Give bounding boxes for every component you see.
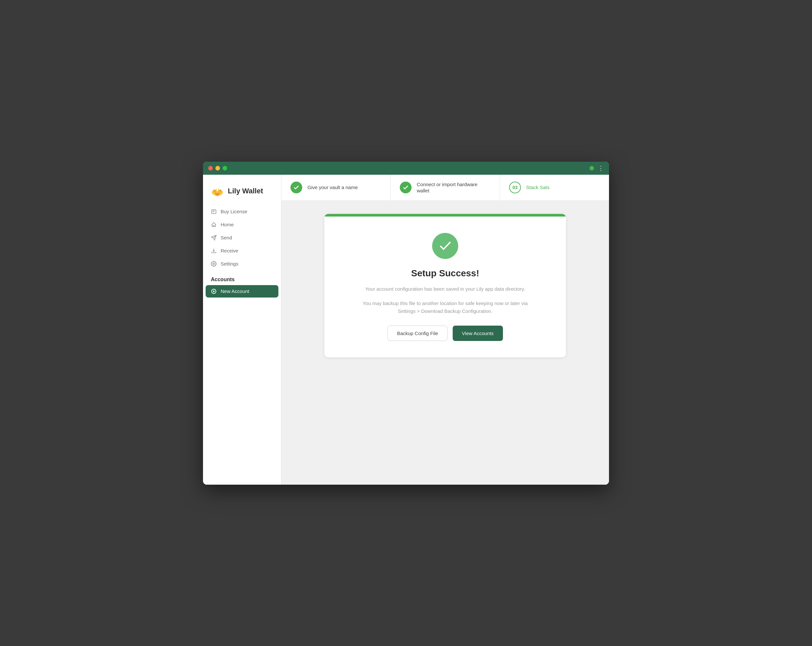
new-account-button[interactable]: New Account [206, 285, 278, 297]
close-button[interactable] [208, 166, 213, 170]
sidebar-item-home[interactable]: Home [206, 219, 278, 231]
backup-config-button[interactable]: Backup Config File [388, 326, 447, 341]
sidebar-item-send[interactable]: Send [206, 231, 278, 244]
step-1-label: Give your vault a name [307, 184, 358, 191]
sidebar-label-home: Home [221, 222, 234, 227]
settings-icon [211, 261, 217, 267]
success-title: Setup Success! [411, 268, 479, 279]
window-controls [208, 166, 227, 170]
home-icon [211, 222, 217, 228]
svg-point-11 [213, 263, 215, 265]
license-icon [211, 209, 217, 214]
checkmark-icon [293, 184, 300, 191]
sidebar: Lily Wallet Buy License [203, 175, 281, 485]
sidebar-label-settings: Settings [221, 261, 238, 266]
new-account-label: New Account [221, 288, 249, 294]
receive-icon [211, 248, 217, 254]
success-desc-2: You may backup this file to another loca… [360, 300, 530, 315]
logo-icon [211, 185, 224, 197]
sidebar-nav: Buy License Home Send [203, 205, 281, 270]
checkmark-icon-2 [402, 184, 409, 191]
sidebar-item-buy-license[interactable]: Buy License [206, 205, 278, 218]
main-layout: Lily Wallet Buy License [203, 175, 609, 485]
connection-status-dot [589, 166, 594, 170]
content-area: Give your vault a name Connect or import… [281, 175, 609, 485]
maximize-button[interactable] [223, 166, 227, 170]
card-top-bar [324, 214, 566, 217]
sidebar-label-send: Send [221, 235, 232, 240]
step-1-check-icon [290, 182, 302, 193]
card-body: Setup Success! Your account configuratio… [324, 217, 566, 357]
svg-point-7 [217, 187, 218, 191]
app-window: ⋮ Lily Wallet [203, 162, 609, 485]
sidebar-label-buy-license: Buy License [221, 209, 247, 214]
titlebar-right: ⋮ [589, 165, 604, 172]
sidebar-item-settings[interactable]: Settings [206, 258, 278, 270]
step-2-check-icon [400, 182, 412, 193]
app-title: Lily Wallet [228, 187, 263, 195]
card-actions: Backup Config File View Accounts [388, 326, 503, 341]
main-content: Setup Success! Your account configuratio… [281, 201, 609, 485]
sidebar-item-receive[interactable]: Receive [206, 245, 278, 257]
step-3: 03 Stack Sats [500, 175, 609, 201]
success-icon [432, 233, 458, 259]
success-desc-1: Your account configuration has been save… [365, 285, 525, 293]
accounts-section-label: Accounts [203, 270, 281, 285]
more-menu-icon[interactable]: ⋮ [598, 165, 604, 172]
sidebar-label-receive: Receive [221, 248, 238, 253]
step-2: Connect or import hardware wallet [391, 175, 500, 201]
step-3-number: 03 [509, 182, 521, 193]
success-card: Setup Success! Your account configuratio… [324, 214, 566, 357]
send-icon [211, 235, 217, 241]
step-3-label: Stack Sats [526, 184, 549, 191]
plus-icon [211, 288, 217, 294]
sidebar-logo: Lily Wallet [203, 181, 281, 205]
steps-header: Give your vault a name Connect or import… [281, 175, 609, 201]
view-accounts-button[interactable]: View Accounts [453, 326, 503, 341]
step-2-label: Connect or import hardware wallet [417, 181, 490, 194]
success-checkmark-icon [438, 239, 452, 253]
minimize-button[interactable] [215, 166, 220, 170]
titlebar: ⋮ [203, 162, 609, 175]
step-1: Give your vault a name [281, 175, 391, 201]
